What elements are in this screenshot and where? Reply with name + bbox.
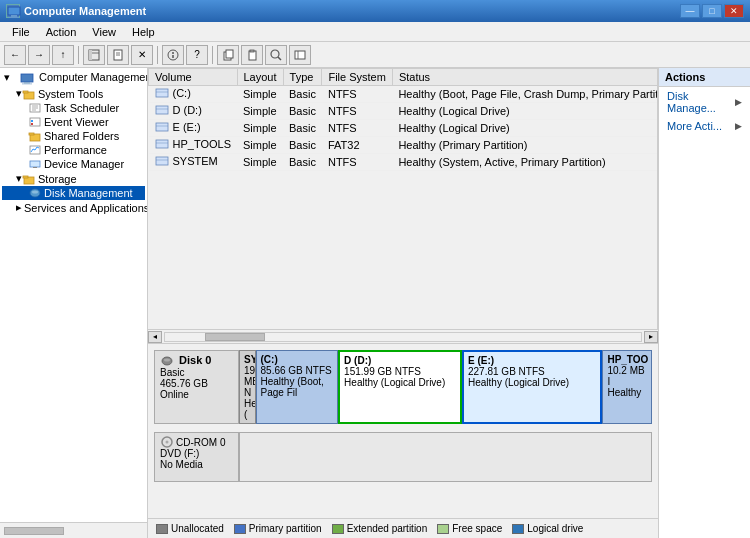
svg-rect-51: [156, 157, 168, 165]
partition-system[interactable]: SYSTEM 199 MB N Healthy (: [239, 350, 256, 424]
cell-layout: Simple: [237, 86, 283, 103]
cell-layout: Simple: [237, 120, 283, 137]
svg-point-16: [271, 50, 279, 58]
maximize-button[interactable]: □: [702, 4, 722, 18]
disk-view: Disk 0 Basic 465.76 GB Online SYSTEM 199…: [148, 343, 658, 518]
col-layout[interactable]: Layout: [237, 69, 283, 86]
tree-item-disk-management[interactable]: Disk Management: [2, 186, 145, 200]
partition-hp[interactable]: HP_TOO 10.2 MB I Healthy: [602, 350, 652, 424]
disk-0-name: Disk 0: [160, 354, 233, 367]
table-row[interactable]: (C:) Simple Basic NTFS Healthy (Boot, Pa…: [149, 86, 659, 103]
scroll-left-btn[interactable]: ◂: [148, 331, 162, 343]
tree-item-device-manager[interactable]: Device Manager: [2, 157, 145, 171]
tree-expand-services: ▸: [16, 201, 22, 214]
h-scroll-thumb[interactable]: [205, 333, 265, 341]
tree-item-computer-management[interactable]: ▾ Computer Management (Local: [2, 70, 145, 86]
cdrom-label: CD-ROM 0 DVD (F:) No Media: [154, 432, 239, 482]
cell-status: Healthy (Logical Drive): [392, 120, 658, 137]
cell-status: Healthy (System, Active, Primary Partiti…: [392, 154, 658, 171]
legend: Unallocated Primary partition Extended p…: [148, 518, 658, 538]
legend-free: Free space: [437, 523, 502, 534]
table-row[interactable]: HP_TOOLS Simple Basic FAT32 Healthy (Pri…: [149, 137, 659, 154]
svg-point-40: [32, 191, 38, 194]
svg-rect-1: [11, 15, 17, 17]
table-row[interactable]: D (D:) Simple Basic NTFS Healthy (Logica…: [149, 103, 659, 120]
toolbar: ← → ↑ ✕ ?: [0, 42, 750, 68]
cell-fs: FAT32: [322, 137, 392, 154]
table-row[interactable]: E (E:) Simple Basic NTFS Healthy (Logica…: [149, 120, 659, 137]
legend-extended: Extended partition: [332, 523, 428, 534]
col-filesystem[interactable]: File System: [322, 69, 392, 86]
tree-item-performance[interactable]: Performance: [2, 143, 145, 157]
tree-expand-icon: ▾: [4, 71, 18, 85]
menu-help[interactable]: Help: [124, 24, 163, 40]
tree-item-task-scheduler[interactable]: Task Scheduler: [2, 101, 145, 115]
legend-extended-label: Extended partition: [347, 523, 428, 534]
col-status[interactable]: Status: [392, 69, 658, 86]
cell-type: Basic: [283, 137, 322, 154]
menu-file[interactable]: File: [4, 24, 38, 40]
actions-more[interactable]: More Acti... ▶: [659, 117, 750, 135]
toolbar-forward[interactable]: →: [28, 45, 50, 65]
col-type[interactable]: Type: [283, 69, 322, 86]
tree-scrollbar-thumb[interactable]: [4, 527, 64, 535]
cell-fs: NTFS: [322, 120, 392, 137]
actions-disk-manage[interactable]: Disk Manage... ▶: [659, 87, 750, 117]
h-scrollbar[interactable]: ◂ ▸: [148, 329, 658, 343]
tree-item-system-tools[interactable]: ▾ System Tools: [2, 86, 145, 101]
tree-item-storage[interactable]: ▾ Storage: [2, 171, 145, 186]
svg-rect-45: [156, 106, 168, 114]
minimize-button[interactable]: —: [680, 4, 700, 18]
partition-d[interactable]: D (D:) 151.99 GB NTFS Healthy (Logical D…: [338, 350, 462, 424]
svg-rect-35: [30, 161, 40, 167]
h-scroll-track[interactable]: [164, 332, 642, 342]
toolbar-help[interactable]: ?: [186, 45, 208, 65]
disk-row-cdrom: CD-ROM 0 DVD (F:) No Media: [154, 432, 652, 482]
svg-rect-22: [22, 83, 32, 84]
col-volume[interactable]: Volume: [149, 69, 238, 86]
svg-point-56: [166, 441, 169, 444]
svg-rect-0: [8, 7, 20, 15]
toolbar-show-hide[interactable]: [83, 45, 105, 65]
toolbar-close-window[interactable]: ✕: [131, 45, 153, 65]
cell-fs: NTFS: [322, 103, 392, 120]
toolbar-back[interactable]: ←: [4, 45, 26, 65]
menu-bar: File Action View Help: [0, 22, 750, 42]
toolbar-extra[interactable]: [289, 45, 311, 65]
tree-label-cm: Computer Management (Local: [20, 71, 147, 84]
tree-item-services[interactable]: ▸ Services and Applications: [2, 200, 145, 215]
toolbar-properties[interactable]: [162, 45, 184, 65]
disk-0-status: Online: [160, 389, 233, 400]
disk-table: Volume Layout Type File System Status Ca…: [148, 68, 658, 329]
tree-bottom-bar: [0, 522, 147, 538]
window-title: Computer Management: [24, 5, 146, 17]
cell-layout: Simple: [237, 137, 283, 154]
tree-item-event-viewer[interactable]: Event Viewer: [2, 115, 145, 129]
table-row[interactable]: SYSTEM Simple Basic NTFS Healthy (System…: [149, 154, 659, 171]
svg-rect-21: [24, 82, 30, 84]
main-layout: ▾ Computer Management (Local ▾ System To…: [0, 68, 750, 538]
svg-point-54: [164, 359, 170, 362]
menu-view[interactable]: View: [84, 24, 124, 40]
toolbar-up[interactable]: ↑: [52, 45, 74, 65]
toolbar-paste[interactable]: [241, 45, 263, 65]
cell-layout: Simple: [237, 103, 283, 120]
partition-e[interactable]: E (E:) 227.81 GB NTFS Healthy (Logical D…: [462, 350, 602, 424]
svg-rect-33: [29, 133, 34, 135]
partition-c[interactable]: (C:) 85.66 GB NTFS Healthy (Boot, Page F…: [256, 350, 339, 424]
tree-item-shared-folders[interactable]: Shared Folders: [2, 129, 145, 143]
legend-unallocated: Unallocated: [156, 523, 224, 534]
cdrom-empty: [239, 432, 652, 482]
legend-logical-label: Logical drive: [527, 523, 583, 534]
close-button[interactable]: ✕: [724, 4, 744, 18]
toolbar-search[interactable]: [265, 45, 287, 65]
disk-row-0: Disk 0 Basic 465.76 GB Online SYSTEM 199…: [154, 350, 652, 424]
toolbar-new-window[interactable]: [107, 45, 129, 65]
scroll-right-btn[interactable]: ▸: [644, 331, 658, 343]
menu-action[interactable]: Action: [38, 24, 85, 40]
toolbar-copy[interactable]: [217, 45, 239, 65]
svg-rect-30: [31, 120, 33, 122]
disk-0-size: 465.76 GB: [160, 378, 233, 389]
svg-rect-47: [156, 123, 168, 131]
disk-0-type: Basic: [160, 367, 233, 378]
